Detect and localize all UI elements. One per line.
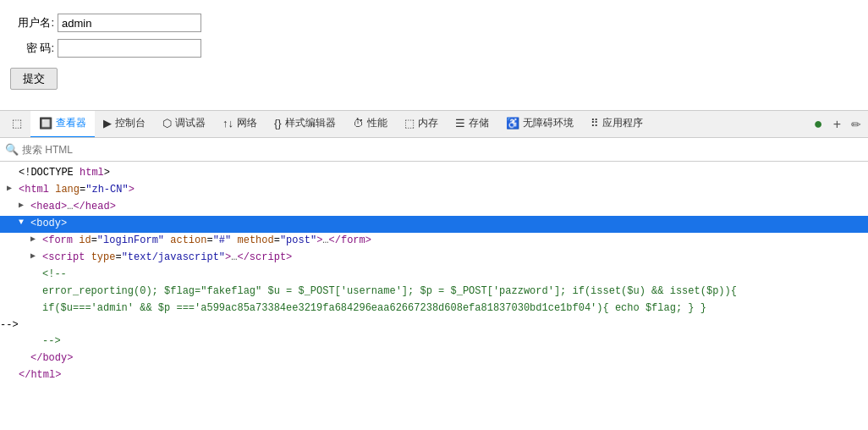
tab-memory[interactable]: ⬚ 内存 <box>396 111 447 138</box>
add-element-button[interactable]: + <box>830 115 844 134</box>
tab-style-editor[interactable]: {} 样式编辑器 <box>266 111 344 138</box>
tab-storage[interactable]: ☰ 存储 <box>447 111 497 138</box>
tab-accessibility-label: 无障碍环境 <box>523 116 574 130</box>
tab-accessibility[interactable]: ♿ 无障碍环境 <box>497 111 582 138</box>
debugger-icon: ⬡ <box>162 117 172 130</box>
tab-performance-label: 性能 <box>367 116 387 130</box>
performance-icon: ⏱ <box>353 117 364 130</box>
devtools-panel: ⬚ 🔲 查看器 ▶ 控制台 ⬡ 调试器 ↑↓ 网络 {} 样式编辑器 ⏱ 性能 … <box>0 110 868 388</box>
toggle-4[interactable] <box>19 216 30 229</box>
tab-network-label: 网络 <box>237 116 257 130</box>
tab-performance[interactable]: ⏱ 性能 <box>344 111 396 138</box>
html-line-1: <!DOCTYPE html> <box>0 165 868 182</box>
username-label: 用户名: <box>10 15 54 30</box>
network-icon: ↑↓ <box>222 117 233 130</box>
username-input[interactable] <box>58 14 201 32</box>
accessibility-icon: ♿ <box>506 117 519 130</box>
style-editor-icon: {} <box>274 117 282 130</box>
toggle-5[interactable] <box>30 233 42 246</box>
devtools-toolbar: ⬚ 🔲 查看器 ▶ 控制台 ⬡ 调试器 ↑↓ 网络 {} 样式编辑器 ⏱ 性能 … <box>0 111 868 138</box>
toggle-6[interactable] <box>30 250 42 263</box>
html-panel: <!DOCTYPE html> <html lang="zh-CN"> <hea… <box>0 162 868 388</box>
tab-debugger[interactable]: ⬡ 调试器 <box>154 111 214 138</box>
devtools-actions: ● + ✏ <box>810 113 865 135</box>
html-line-10: --> <box>0 334 868 350</box>
edit-button[interactable]: ✏ <box>848 116 865 133</box>
html-line-2: <html lang="zh-CN"> <box>0 182 868 199</box>
search-icon: 🔍 <box>5 143 19 156</box>
source-icon: ⬚ <box>12 117 22 130</box>
form-area: 用户名: 密 码: 提交 <box>0 0 868 110</box>
tab-apps[interactable]: ⠿ 应用程序 <box>582 111 651 138</box>
password-label: 密 码: <box>10 41 54 56</box>
submit-button[interactable]: 提交 <box>10 68 58 90</box>
tab-console[interactable]: ▶ 控制台 <box>95 111 154 138</box>
toggle-2[interactable] <box>7 182 19 196</box>
password-row: 密 码: <box>10 39 858 58</box>
apps-icon: ⠿ <box>591 117 599 130</box>
html-line-9: if($u==='admin' && $p ==='a599ac85a73384… <box>0 300 868 317</box>
html-line-4[interactable]: <body> <box>0 216 868 233</box>
devtools-search-bar: 🔍 <box>0 138 868 162</box>
password-input[interactable] <box>58 39 201 58</box>
tab-console-label: 控制台 <box>115 116 146 130</box>
tab-style-editor-label: 样式编辑器 <box>285 116 336 130</box>
username-row: 用户名: <box>10 14 858 32</box>
tab-storage-label: 存储 <box>469 116 489 130</box>
tab-apps-label: 应用程序 <box>602 116 643 130</box>
html-line-8: error_reporting(0); $flag="fakeflag" $u … <box>0 284 868 300</box>
memory-icon: ⬚ <box>404 117 415 130</box>
toggle-3[interactable] <box>19 199 30 212</box>
tab-inspector-label: 查看器 <box>56 116 86 130</box>
html-line-3: <head>…</head> <box>0 199 868 216</box>
inspector-icon: 🔲 <box>39 117 52 130</box>
tab-debugger-label: 调试器 <box>175 116 206 130</box>
tab-memory-label: 内存 <box>418 116 438 130</box>
html-line-5: <form id="loginForm" action="#" method="… <box>0 233 868 250</box>
html-line-12: </html> <box>0 367 868 384</box>
html-line-6: <script type="text/javascript">…</script… <box>0 250 868 267</box>
submit-row: 提交 <box>10 64 858 90</box>
html-line-11: </body> <box>0 350 868 367</box>
tab-network[interactable]: ↑↓ 网络 <box>214 111 266 138</box>
html-search-input[interactable] <box>22 144 863 156</box>
tab-source[interactable]: ⬚ <box>3 111 30 138</box>
more-dot-icon[interactable]: ● <box>810 113 827 135</box>
storage-icon: ☰ <box>455 117 465 130</box>
html-line-7: <!-- <box>0 267 868 284</box>
console-icon: ▶ <box>103 117 112 130</box>
tab-inspector[interactable]: 🔲 查看器 <box>30 111 95 138</box>
